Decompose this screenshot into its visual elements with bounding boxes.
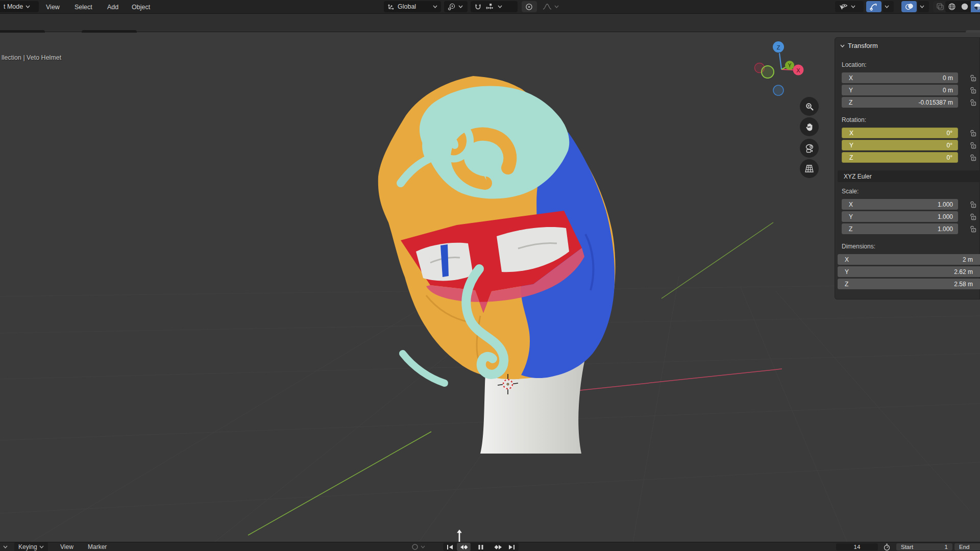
rotation-x-lock[interactable]: [969, 128, 977, 138]
frame-end-field[interactable]: End: [954, 543, 980, 550]
chevron-down-icon[interactable]: [498, 5, 502, 8]
pan-view-button[interactable]: [800, 117, 819, 136]
dimensions-label: Dimensions:: [842, 243, 875, 250]
shading-material-button[interactable]: [971, 1, 980, 12]
gizmo-axis-pos-y[interactable]: Y: [785, 61, 794, 70]
overlays-dropdown[interactable]: [918, 1, 929, 12]
hand-icon: [805, 122, 814, 132]
breadcrumb: llection | Veto Helmet: [2, 54, 61, 61]
playback-controls: [443, 543, 519, 551]
jump-to-end-button[interactable]: [505, 543, 519, 551]
keying-dropdown[interactable]: Keying: [14, 542, 48, 551]
location-z-field[interactable]: Z-0.015387 m: [842, 97, 958, 108]
zoom-view-button[interactable]: [800, 97, 819, 116]
viewport-3d[interactable]: llection | Veto Helmet Y X Z: [0, 33, 980, 542]
falloff-curve-icon: [543, 3, 552, 10]
dimensions-y-field[interactable]: Y2.62 m: [838, 266, 980, 277]
orientation-axes-icon: [387, 3, 395, 10]
snap-increment-icon[interactable]: [485, 3, 494, 10]
magnifier-icon: [805, 102, 814, 111]
camera-view-button[interactable]: [800, 139, 819, 158]
eye-cursor-icon: [839, 3, 848, 11]
gizmo-axis-neg-y[interactable]: [762, 66, 774, 78]
panel-title: Transform: [848, 42, 878, 49]
proportional-editing-toggle[interactable]: [522, 1, 537, 12]
current-frame-field[interactable]: 14: [836, 543, 878, 550]
frame-start-field[interactable]: Start1: [896, 543, 952, 550]
viewport-canvas[interactable]: [0, 33, 980, 542]
pivot-point-dropdown[interactable]: [444, 1, 468, 12]
orientation-label: Global: [398, 3, 430, 10]
location-y-lock[interactable]: [969, 85, 977, 95]
auto-keying-toggle[interactable]: [411, 542, 425, 551]
scale-y-field[interactable]: Y1.000: [842, 211, 958, 222]
material-sphere-icon: [973, 3, 980, 11]
location-y-field[interactable]: Y0 m: [842, 85, 958, 95]
timeline-menu-marker[interactable]: Marker: [88, 542, 107, 551]
transform-orientation-dropdown[interactable]: Global: [384, 1, 441, 12]
menu-add[interactable]: Add: [104, 0, 121, 14]
panel-header[interactable]: Transform: [840, 42, 878, 49]
shading-wireframe-button[interactable]: [945, 1, 958, 12]
jump-to-start-button[interactable]: [443, 543, 457, 551]
mode-dropdown[interactable]: t Mode: [0, 1, 39, 12]
editor-type-dropdown[interactable]: [3, 542, 8, 551]
gizmo-axis-pos-z[interactable]: Z: [773, 41, 784, 53]
scale-x-lock[interactable]: [969, 199, 977, 210]
pause-button[interactable]: [471, 543, 491, 551]
location-x-field[interactable]: X0 m: [842, 72, 958, 83]
location-z-lock[interactable]: [969, 97, 977, 108]
rotation-z-field[interactable]: Z0°: [842, 152, 958, 163]
rotation-mode-dropdown[interactable]: XYZ Euler: [838, 170, 980, 182]
scale-x-field[interactable]: X1.000: [842, 199, 958, 210]
gizmo-arrow-icon: [870, 3, 878, 11]
snap-magnet-icon[interactable]: [474, 3, 482, 11]
chevron-down-icon: [39, 545, 44, 548]
location-x-lock[interactable]: [969, 72, 977, 83]
scale-y-lock[interactable]: [969, 211, 977, 222]
rotation-z-lock[interactable]: [969, 152, 977, 163]
dimensions-x-field[interactable]: X2 m: [838, 254, 980, 265]
helmet-model[interactable]: [378, 76, 616, 454]
proportional-falloff-dropdown[interactable]: [539, 1, 564, 12]
svg-text:X: X: [796, 67, 800, 73]
menu-select[interactable]: Select: [71, 0, 95, 14]
snapping-group: [471, 1, 518, 12]
scale-label: Scale:: [842, 188, 859, 195]
rotation-y-lock[interactable]: [969, 140, 977, 151]
chevron-down-icon: [3, 545, 8, 548]
solid-sphere-icon: [961, 3, 969, 11]
next-keyframe-button[interactable]: [491, 543, 505, 551]
chevron-down-icon: [885, 5, 889, 8]
scale-z-lock[interactable]: [969, 223, 977, 234]
gizmo-axis-pos-x[interactable]: X: [793, 65, 804, 76]
location-label: Location:: [842, 61, 867, 68]
rotation-y-field[interactable]: Y0°: [842, 140, 958, 151]
navigation-gizmo[interactable]: Y X Z: [750, 37, 814, 101]
chevron-down-icon: [26, 5, 30, 8]
timeline-header: Keying View Marker: [0, 542, 980, 551]
dimensions-z-field[interactable]: Z2.58 m: [838, 279, 980, 289]
rotation-x-field[interactable]: X0°: [842, 128, 958, 138]
scale-z-field[interactable]: Z1.000: [842, 223, 958, 234]
svg-text:Y: Y: [788, 63, 792, 68]
timeline-menu-view[interactable]: View: [60, 542, 74, 551]
show-overlays-toggle[interactable]: [901, 1, 917, 12]
show-gizmo-toggle[interactable]: [866, 1, 881, 12]
perspective-toggle-button[interactable]: [800, 159, 819, 178]
object-visibility-dropdown[interactable]: [835, 1, 864, 12]
gizmo-axis-neg-z[interactable]: [773, 85, 783, 95]
previous-keyframe-button[interactable]: [457, 543, 471, 551]
svg-text:Z: Z: [777, 44, 780, 51]
proportional-circle-icon: [525, 3, 533, 11]
chevron-down-icon: [433, 5, 437, 8]
menu-object[interactable]: Object: [129, 0, 153, 14]
pivot-point-icon: [448, 3, 456, 11]
menu-view[interactable]: View: [43, 0, 63, 14]
use-preview-range-toggle[interactable]: [883, 542, 891, 551]
shading-solid-button[interactable]: [958, 1, 971, 12]
gizmo-dropdown[interactable]: [883, 1, 894, 12]
mode-label: t Mode: [4, 3, 23, 10]
panel-collapse-icon: [840, 44, 845, 47]
shading-mode-group: [945, 1, 980, 12]
